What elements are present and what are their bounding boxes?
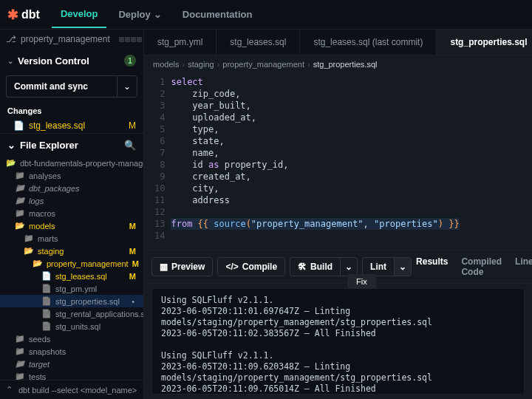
folder-icon xyxy=(15,196,25,205)
tree-item-label: logs xyxy=(29,197,44,205)
tree-item[interactable]: stg_rental_applications.sql xyxy=(0,307,143,320)
wrench-icon: 🛠 xyxy=(298,262,307,272)
tree-item-label: target xyxy=(29,360,50,369)
nav-develop[interactable]: Develop xyxy=(52,1,107,28)
tree-item[interactable]: snapshots xyxy=(0,345,143,358)
modified-badge: M xyxy=(129,120,136,131)
folder-open-icon xyxy=(24,246,34,256)
folder-icon xyxy=(15,372,25,380)
tree-item[interactable]: stagingM xyxy=(0,245,143,257)
breadcrumb-item[interactable]: stg_properties.sql xyxy=(313,60,378,69)
build-button[interactable]: 🛠 Build xyxy=(290,257,340,276)
code-icon: </> xyxy=(225,262,238,272)
editor-tab[interactable]: stg_leases.sql (last commit) xyxy=(300,30,437,55)
folder-icon xyxy=(15,208,25,218)
tree-item[interactable]: macros xyxy=(0,207,143,219)
compile-button[interactable]: </> Compile xyxy=(217,257,285,276)
editor-tab[interactable]: stg_properties.sql xyxy=(437,30,532,55)
results-tab[interactable]: Results xyxy=(416,256,448,277)
lint-label: Lint xyxy=(370,262,386,272)
code-editor[interactable]: 1234567891011121314 select zip_code, yea… xyxy=(144,73,532,250)
tree-item[interactable]: stg_pm.yml xyxy=(0,282,143,295)
tree-item-label: staging xyxy=(38,247,64,256)
breadcrumb-separator: › xyxy=(182,60,185,69)
editor-tab[interactable]: stg_leases.sql xyxy=(216,30,300,55)
grid-icon[interactable] xyxy=(119,37,142,42)
search-icon[interactable]: 🔍 xyxy=(124,140,136,151)
tree-item-label: stg_rental_applications.sql xyxy=(55,310,143,318)
file-icon xyxy=(41,271,52,281)
grid-icon: ▦ xyxy=(160,262,168,272)
changed-file-row[interactable]: 📄stg_leases.sqlM xyxy=(0,118,143,133)
results-console[interactable]: Using SQLFluff v2.1.1. 2023-06-05T20:11:… xyxy=(151,288,525,395)
tree-item-label: stg_leases.sql xyxy=(55,272,107,281)
preview-label: Preview xyxy=(171,262,205,272)
action-toolbar: ▦ Preview </> Compile 🛠 Build ⌄ Lint ⌄ xyxy=(144,250,532,284)
tree-item[interactable]: logs xyxy=(0,194,143,207)
breadcrumb-item[interactable]: property_management xyxy=(222,60,304,69)
breadcrumb-separator: › xyxy=(307,60,310,69)
commit-dropdown[interactable]: ⌄ xyxy=(117,75,137,98)
logo-text: dbt xyxy=(21,8,40,21)
editor-tabs: stg_pm.ymlstg_leases.sqlstg_leases.sql (… xyxy=(144,30,532,55)
top-nav: ✱ dbt Develop Deploy ⌄ Documentation xyxy=(0,0,532,30)
tree-item[interactable]: marts xyxy=(0,232,143,245)
project-name: property_management xyxy=(21,34,110,44)
nav-docs[interactable]: Documentation xyxy=(174,1,262,28)
modified-badge: M xyxy=(129,222,139,231)
tree-item-label: tests xyxy=(29,372,46,381)
compile-label: Compile xyxy=(242,262,277,272)
project-picker[interactable]: ⎇ property_management xyxy=(0,30,143,49)
folder-icon xyxy=(15,359,25,369)
chevron-down-icon: ⌄ xyxy=(7,57,13,65)
tree-item[interactable]: dbt_packages xyxy=(0,182,143,194)
modified-badge: M xyxy=(129,272,139,281)
command-bar[interactable]: ⌃ dbt build --select <model_name> xyxy=(0,380,143,399)
breadcrumb-item[interactable]: staging xyxy=(188,60,214,69)
folder-icon xyxy=(15,171,25,180)
branch-icon: ⎇ xyxy=(6,34,16,44)
file-explorer-header[interactable]: ⌄ File Explorer 🔍 xyxy=(0,134,143,157)
file-icon xyxy=(41,321,52,331)
fix-tooltip[interactable]: Fix xyxy=(347,274,376,289)
nav-deploy[interactable]: Deploy ⌄ xyxy=(109,1,170,28)
folder-open-icon xyxy=(15,221,25,231)
code-body[interactable]: select zip_code, year_built, uploaded_at… xyxy=(171,73,459,250)
tree-item[interactable]: stg_leases.sqlM xyxy=(0,270,143,282)
tree-item[interactable]: stg_properties.sql• xyxy=(0,295,143,307)
tree-item[interactable]: target xyxy=(0,358,143,370)
tree-item[interactable]: tests xyxy=(0,370,143,380)
tree-item[interactable]: modelsM xyxy=(0,219,143,232)
version-control-header[interactable]: ⌄ Version Control 1 xyxy=(0,49,143,72)
chevron-down-icon: ⌄ xyxy=(7,140,16,151)
chevron-up-icon: ⌃ xyxy=(6,385,13,395)
file-icon xyxy=(41,309,52,318)
compiled-code-tab[interactable]: Compiled Code xyxy=(461,256,502,277)
tree-item[interactable]: dbt-fundamentals-property-management xyxy=(0,157,143,169)
folder-open-icon xyxy=(33,259,43,268)
tree-item[interactable]: stg_units.sql xyxy=(0,320,143,332)
tree-item[interactable]: property_managementM xyxy=(0,257,143,270)
tree-item[interactable]: analyses xyxy=(0,169,143,182)
commit-sync-button[interactable]: Commit and sync ⌄ xyxy=(6,75,137,98)
changed-file-name: stg_leases.sql xyxy=(29,120,85,131)
tree-item-label: seeds xyxy=(29,335,50,344)
file-explorer-label: File Explorer xyxy=(20,140,78,151)
tree-item[interactable]: seeds xyxy=(0,332,143,345)
lineage-tab[interactable]: Lineage xyxy=(515,256,532,277)
tree-item-label: macros xyxy=(29,209,55,218)
lint-dropdown[interactable]: ⌄ xyxy=(394,257,412,276)
tree-item-label: property_management xyxy=(47,259,129,268)
tree-item-label: marts xyxy=(38,234,58,243)
folder-open-icon xyxy=(6,158,16,168)
file-icon xyxy=(41,284,52,293)
nav-deploy-label: Deploy xyxy=(118,9,150,20)
breadcrumb-item[interactable]: models xyxy=(153,60,179,69)
folder-icon xyxy=(15,334,25,344)
tree-item-label: analyses xyxy=(29,171,61,180)
tree-item-label: stg_units.sql xyxy=(55,322,100,331)
editor-tab[interactable]: stg_pm.yml xyxy=(144,30,216,55)
logo-icon: ✱ xyxy=(7,7,18,23)
unsaved-dot: • xyxy=(132,297,139,306)
preview-button[interactable]: ▦ Preview xyxy=(151,257,213,276)
